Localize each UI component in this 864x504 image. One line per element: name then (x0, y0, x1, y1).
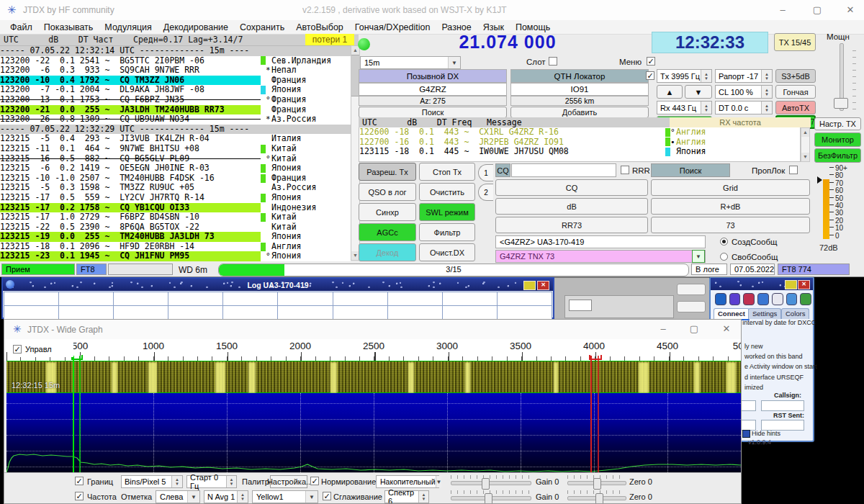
freq-up-button[interactable]: ▲ (657, 85, 683, 99)
red-ball-icon[interactable] (743, 293, 755, 305)
log-table[interactable] (4, 292, 552, 320)
clear-button[interactable]: Очистить (419, 183, 475, 201)
log-cell[interactable] (443, 306, 497, 319)
gain2-slider[interactable] (451, 496, 531, 500)
log-cell[interactable] (4, 292, 58, 305)
dt-spinner[interactable]: DT 0.0 с▲▼ (715, 101, 773, 114)
slot-checkbox[interactable] (549, 57, 557, 66)
rrr-checkbox[interactable] (621, 166, 629, 174)
log-cell[interactable] (388, 306, 442, 319)
decode-row[interactable]: 123215 -5 0.3 1598 ~ TM3ZZ RU9UC +05Аз.Р… (0, 183, 351, 193)
log-cell[interactable] (498, 292, 552, 305)
log-cell[interactable] (333, 306, 387, 319)
log-cell[interactable] (443, 292, 497, 305)
power-slider-handle[interactable] (834, 98, 848, 109)
msg-grid-button[interactable]: Grid (651, 179, 810, 196)
msg-db-button[interactable]: dB (495, 198, 648, 215)
log-cell[interactable] (278, 292, 332, 305)
decode-row[interactable]: 123200 -22 0.1 2541 ~ BG5TTC 2I0PBM -06С… (0, 56, 351, 66)
free-text-input[interactable]: <G4ZRZ> UA3-170-419 (495, 235, 706, 248)
nofilter-button[interactable]: БезФильтр (814, 148, 861, 163)
maximize-icon[interactable]: ▢ (683, 323, 705, 335)
menu-view[interactable]: Показывать (38, 22, 99, 32)
decode-row[interactable]: 123215 -10 -1.0 2507 ~ TM240HUBB F4DSK -… (0, 174, 351, 184)
start-spinner[interactable]: Старт 0 Гц▲▼ (186, 475, 237, 488)
star-icon[interactable] (729, 293, 741, 305)
decode-row[interactable]: 123200 -10 0.4 1792 ~ CQ TM3ZZ JN06Франц… (0, 76, 351, 86)
filter-button[interactable]: Фильтр (419, 223, 475, 241)
decode-row[interactable]: 123215 -17 0.5 559 ~ LY2CV JH7RTQ R-14Яп… (0, 193, 351, 203)
decode-row[interactable]: 123215 -5 0.4 293 ~ JI3VUB IK4LZH R-04Ит… (0, 134, 351, 144)
close-icon[interactable]: ✕ (840, 4, 861, 16)
decode-row[interactable]: 123215 -11 0.1 464 ~ 9N7WE BH1TSU +08Кит… (0, 144, 351, 154)
tune-button[interactable]: Настр. TX (814, 117, 861, 130)
spectrum-plot[interactable] (6, 393, 741, 472)
log-qso-button[interactable]: QSO в лог (359, 183, 416, 201)
log-cell[interactable] (114, 292, 168, 305)
decode-row[interactable]: 122700 -16 0.1 443 ~ JR2PEB G4ZRZ IO91•А… (359, 138, 800, 148)
msg-rdb-button[interactable]: R+dB (651, 198, 810, 215)
swl-mode-button[interactable]: SWL режим (419, 203, 475, 221)
decode-row[interactable]: 123200 -7 -0.1 2004 ~ DL9AKA JH8JWF -08Я… (0, 85, 351, 95)
gear-icon[interactable] (800, 293, 811, 305)
log-cell[interactable] (59, 292, 113, 305)
band-activity-list[interactable]: ----- 07.05.22 12:32:14 UTC ------------… (0, 45, 351, 261)
rx-freq-spinner[interactable]: Rx 443 Гц▲▼ (657, 101, 712, 114)
zero1-slider[interactable] (567, 481, 626, 485)
minimize-icon[interactable]: – (772, 4, 793, 16)
decode-row[interactable]: 123115 -18 0.1 445 ~ IW0UWE JH7USU QM08Я… (359, 147, 800, 157)
report-spinner[interactable]: Рапорт -17▲▼ (715, 69, 773, 83)
tx-freq-line2[interactable] (598, 356, 599, 472)
msg-cq-button[interactable]: CQ (495, 179, 648, 196)
bounds-checkbox[interactable]: ✓ (75, 477, 84, 485)
monitor-button[interactable]: Монитор (814, 132, 861, 147)
wide-graph-titlebar[interactable]: ✳ JTDX - Wide Graph – ▢ ✕ (4, 320, 741, 340)
free-msg-radio[interactable] (720, 253, 728, 261)
doc-icon[interactable] (772, 293, 783, 305)
close-icon[interactable]: ✕ (716, 323, 737, 335)
minimize-icon[interactable] (523, 281, 536, 290)
msg-73-button[interactable]: 73 (651, 217, 810, 233)
navg-spinner[interactable]: N Avg 1▲▼ (204, 490, 248, 503)
msg-rr73-button[interactable]: RR73 (495, 217, 648, 233)
close-icon[interactable]: ✕ (537, 281, 549, 290)
log-cell[interactable] (4, 306, 58, 319)
palette-adjust-button[interactable]: Настройка.. (270, 475, 307, 488)
log-cell[interactable] (498, 306, 552, 319)
clear-dx-button[interactable]: Очист.DX (419, 243, 475, 261)
normalize-checkbox[interactable]: ✓ (310, 477, 319, 485)
smeter-button[interactable]: S3+5dB (775, 69, 816, 83)
log-cell[interactable] (59, 306, 113, 319)
menu-help[interactable]: Помощь (510, 22, 556, 32)
decode-button[interactable]: Декод (359, 243, 416, 261)
log-cell[interactable] (388, 292, 442, 305)
main-titlebar[interactable]: ✳ JTDX by HF community v2.2.159 , deriva… (0, 0, 864, 21)
menu-hound[interactable]: Гончая/DXpedition (349, 22, 436, 32)
cl-spinner[interactable]: CL 100 %▲▼ (715, 85, 773, 99)
log-cell[interactable] (223, 306, 277, 319)
zero2-slider[interactable] (567, 496, 626, 500)
cq-dir-input[interactable] (511, 163, 616, 177)
decode-row[interactable]: 123215 -23 0.1 1945 ~ CQ JH1FNU PM95°Япо… (0, 251, 351, 261)
log-cell[interactable] (223, 292, 277, 305)
rst-sent-field[interactable] (761, 420, 804, 431)
decode-row[interactable]: ----- 07.05.22 12:32:29 UTC ------------… (0, 125, 351, 135)
agc-button[interactable]: AGCc (359, 223, 416, 241)
menu-save[interactable]: Сохранить (234, 22, 290, 32)
autotx-button[interactable]: АвтоTX (775, 101, 816, 114)
decode-row[interactable]: 123215 -22 0.5 2390 ~ 8P6QA BG5TOX -22Ки… (0, 222, 351, 233)
freq-down-button[interactable]: ▼ (685, 85, 712, 99)
hound-button[interactable]: Гончая (775, 85, 816, 99)
menu-autoselect[interactable]: АвтоВыбор (290, 22, 349, 32)
freq-checkbox[interactable]: ✓ (75, 492, 84, 500)
minimize-icon[interactable] (785, 280, 797, 289)
tx-freq-spinner[interactable]: Tx 3995 Гц▲▼ (657, 69, 712, 83)
callsign-field[interactable] (761, 400, 804, 411)
rx-frequency-list[interactable]: 122600 -18 0.1 443 ~ CX1RL G4ZRZ R-16°Ан… (359, 127, 801, 162)
accum-combo[interactable]: Накопительный▼ (376, 475, 439, 488)
tab-colors[interactable]: Colors (781, 308, 809, 319)
control-checkbox[interactable]: ✓ (13, 345, 22, 354)
log-titlebar[interactable]: Log UA3-170-419 ✕ (3, 279, 553, 291)
gain1-slider[interactable] (451, 481, 531, 485)
tx-time-button[interactable]: TX 15/45 (774, 33, 816, 51)
